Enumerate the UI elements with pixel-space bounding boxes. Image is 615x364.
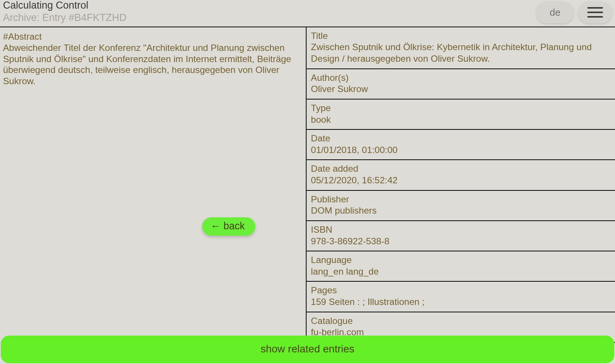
meta-row-pages: Pages 159 Seiten : ; Illustrationen ;	[307, 282, 615, 312]
meta-row-language: Language lang_en lang_de	[307, 251, 615, 282]
meta-label: Author(s)	[311, 72, 611, 84]
meta-value: Zwischen Sputnik und Ölkrise: Kybernetik…	[311, 42, 611, 64]
meta-value: Oliver Sukrow	[311, 83, 611, 95]
meta-row-title: Title Zwischen Sputnik und Ölkrise: Kybe…	[307, 27, 615, 69]
content: #Abstract Abweichender Titel der Konfere…	[0, 27, 615, 363]
meta-row-publisher: Publisher DOM publishers	[307, 191, 615, 221]
arrow-left-icon: ←	[210, 221, 220, 231]
meta-row-type: Type book	[307, 100, 615, 130]
meta-value: 159 Seiten : ; Illustrationen ;	[311, 296, 611, 308]
meta-value: lang_en lang_de	[311, 266, 611, 278]
show-related-button[interactable]: show related entries	[1, 336, 614, 363]
meta-label: Date added	[311, 163, 611, 175]
back-button[interactable]: ← back	[202, 217, 255, 236]
meta-label: Type	[311, 103, 611, 114]
abstract-pane: #Abstract Abweichender Titel der Konfere…	[0, 27, 306, 363]
meta-label: Catalogue	[311, 315, 611, 327]
meta-label: Title	[311, 30, 611, 42]
language-label: de	[550, 7, 561, 18]
meta-row-authors: Author(s) Oliver Sukrow	[307, 69, 615, 100]
meta-value: 01/01/2018, 01:00:00	[311, 144, 611, 156]
meta-value: 978-3-86922-538-8	[311, 236, 611, 247]
meta-value: DOM publishers	[311, 205, 611, 217]
meta-label: Publisher	[311, 194, 611, 205]
meta-value: book	[311, 114, 611, 126]
meta-label: Language	[311, 254, 611, 266]
meta-label: ISBN	[311, 224, 611, 236]
header: Calculating Control Archive: Entry #B4FK…	[0, 0, 615, 27]
abstract-text: Abweichender Titel der Konferenz "Archit…	[3, 42, 302, 87]
menu-button[interactable]	[578, 1, 612, 23]
site-title: Calculating Control	[3, 0, 127, 11]
metadata-pane: Title Zwischen Sputnik und Ölkrise: Kybe…	[306, 27, 615, 363]
hamburger-icon	[587, 7, 603, 18]
related-label: show related entries	[261, 343, 354, 355]
meta-row-date-added: Date added 05/12/2020, 16:52:42	[307, 160, 615, 190]
back-label: back	[223, 220, 245, 232]
header-right: de	[536, 0, 612, 23]
meta-row-isbn: ISBN 978-3-86922-538-8	[307, 221, 615, 251]
meta-label: Pages	[311, 285, 611, 296]
archive-subtitle: Archive: Entry #B4FKTZHD	[3, 11, 127, 24]
meta-label: Date	[311, 133, 611, 144]
header-left: Calculating Control Archive: Entry #B4FK…	[3, 0, 127, 24]
meta-row-date: Date 01/01/2018, 01:00:00	[307, 130, 615, 160]
abstract-label: #Abstract	[3, 31, 302, 42]
meta-value: 05/12/2020, 16:52:42	[311, 175, 611, 186]
language-toggle[interactable]: de	[536, 1, 574, 23]
